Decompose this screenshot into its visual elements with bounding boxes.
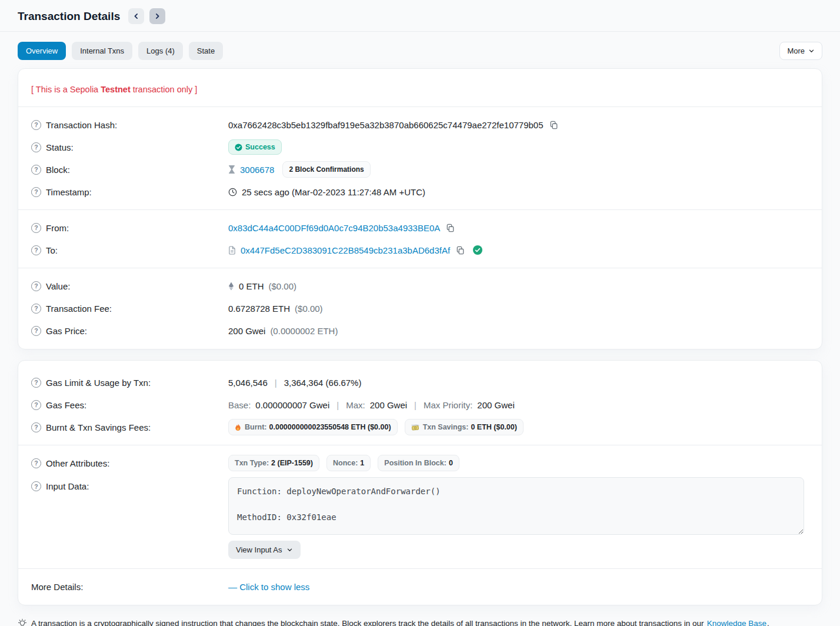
overview-card: [ This is a Sepolia Testnet transaction … (18, 68, 822, 349)
help-icon[interactable] (31, 223, 41, 233)
help-icon[interactable] (31, 245, 41, 255)
row-transaction-hash: Transaction Hash: 0xa7662428c3b5eb1329fb… (18, 114, 822, 136)
divider (18, 209, 822, 210)
help-icon[interactable] (31, 458, 41, 468)
chevron-left-icon (132, 12, 140, 20)
notice-prefix: [ This is a Sepolia (31, 85, 101, 94)
help-icon[interactable] (31, 481, 41, 491)
row-value: Value: 0 ETH ($0.00) (18, 275, 822, 297)
view-input-as-label: View Input As (236, 545, 282, 554)
burnt-savings-label: Burnt & Txn Savings Fees: (46, 422, 151, 432)
help-icon[interactable] (31, 400, 41, 410)
base-fee-label: Base: (228, 400, 251, 410)
help-icon[interactable] (31, 281, 41, 291)
row-transaction-fee: Transaction Fee: 0.6728728 ETH ($0.00) (18, 297, 822, 319)
copy-icon[interactable] (455, 246, 465, 255)
help-icon[interactable] (31, 304, 41, 314)
page-footer: A transaction is a cryptographically sig… (0, 616, 840, 626)
max-priority-fee-value: 200 Gwei (477, 400, 514, 410)
to-address-link[interactable]: 0x447Fd5eC2D383091C22B8549cb231a3bAD6d3f… (241, 245, 450, 255)
gas-price-amount: 200 Gwei (228, 326, 265, 336)
to-label: To: (46, 245, 58, 255)
transaction-nav (128, 8, 165, 24)
divider (18, 268, 822, 268)
copy-icon[interactable] (548, 121, 558, 129)
divider (18, 106, 822, 107)
gas-price-eth: (0.0000002 ETH) (270, 326, 338, 336)
nonce-value: 1 (360, 459, 364, 467)
more-details-label: More Details: (31, 582, 83, 592)
row-block: Block: 3006678 2 Block Confirmations (18, 158, 822, 181)
help-icon[interactable] (31, 142, 41, 152)
tab-state[interactable]: State (189, 42, 223, 60)
chevron-down-icon (808, 48, 815, 54)
help-icon[interactable] (31, 187, 41, 197)
divider (18, 568, 822, 569)
position-in-block-badge: Position In Block: 0 (378, 455, 459, 471)
row-gas-fees: Gas Fees: Base: 0.000000007 Gwei | Max: … (18, 394, 822, 416)
gas-usage: 3,364,364 (66.67%) (284, 378, 362, 388)
transaction-hash-label: Transaction Hash: (46, 120, 117, 130)
transaction-hash-value: 0xa7662428c3b5eb1329fbaf919e5a32b3870ab6… (228, 120, 544, 130)
row-other-attributes: Other Attributes: Txn Type: 2 (EIP-1559)… (18, 452, 822, 474)
txn-type-badge: Txn Type: 2 (EIP-1559) (228, 455, 319, 471)
row-timestamp: Timestamp: 25 secs ago (Mar-02-2023 11:2… (18, 181, 822, 203)
row-to: To: 0x447Fd5eC2D383091C22B8549cb231a3bAD… (18, 239, 822, 261)
timestamp-value: 25 secs ago (Mar-02-2023 11:27:48 AM +UT… (242, 187, 425, 197)
status-value: Success (245, 143, 275, 151)
knowledge-base-link[interactable]: Knowledge Base (707, 619, 766, 626)
txn-savings-value: 0 ETH ($0.00) (471, 423, 517, 431)
divider (18, 445, 822, 445)
hourglass-icon (228, 165, 235, 174)
transaction-fee-label: Transaction Fee: (46, 304, 112, 314)
gas-price-label: Gas Price: (46, 326, 87, 336)
burnt-label: Burnt: (245, 423, 267, 431)
copy-icon[interactable] (445, 224, 455, 232)
money-wings-icon (411, 424, 419, 431)
value-usd: ($0.00) (269, 281, 297, 291)
max-fee-value: 200 Gwei (370, 400, 407, 410)
chevron-down-icon (286, 547, 293, 553)
details-card: Gas Limit & Usage by Txn: 5,046,546 | 3,… (18, 360, 822, 605)
tab-internal-txns[interactable]: Internal Txns (72, 42, 132, 60)
contract-file-icon (228, 246, 236, 255)
testnet-notice: [ This is a Sepolia Testnet transaction … (18, 75, 822, 100)
show-less-link[interactable]: — Click to show less (228, 582, 309, 592)
input-data-textarea[interactable]: Function: deployNewOperatorAndForwarder(… (228, 477, 804, 535)
gas-limit: 5,046,546 (228, 378, 268, 388)
value-label: Value: (46, 281, 70, 291)
help-icon[interactable] (31, 165, 41, 175)
next-transaction-button[interactable] (149, 8, 165, 24)
position-in-block-value: 0 (449, 459, 453, 467)
from-address-link[interactable]: 0x83dC44a4C00DFf69d0A0c7c94B20b53a4933BE… (228, 223, 440, 233)
more-button[interactable]: More (779, 42, 822, 60)
view-input-as-button[interactable]: View Input As (228, 541, 301, 559)
transaction-fee-amount: 0.6728728 ETH (228, 304, 290, 314)
help-icon[interactable] (31, 326, 41, 336)
tab-logs[interactable]: Logs (4) (138, 42, 183, 60)
help-icon[interactable] (31, 378, 41, 388)
tab-overview[interactable]: Overview (18, 42, 66, 60)
page-title: Transaction Details (18, 10, 120, 23)
help-icon[interactable] (31, 422, 41, 432)
more-button-label: More (787, 46, 805, 55)
block-number-link[interactable]: 3006678 (240, 165, 274, 175)
footer-period: . (767, 619, 769, 626)
separator: | (272, 378, 279, 388)
value-amount: 0 ETH (239, 281, 264, 291)
max-fee-label: Max: (346, 400, 365, 410)
clock-icon (228, 188, 237, 197)
chevron-right-icon (154, 12, 161, 20)
txn-savings-badge: Txn Savings: 0 ETH ($0.00) (405, 419, 524, 435)
txn-type-value: 2 (EIP-1559) (271, 459, 313, 467)
txn-type-label: Txn Type: (235, 459, 269, 467)
row-status: Status: Success (18, 136, 822, 158)
help-icon[interactable] (31, 120, 41, 130)
prev-transaction-button[interactable] (128, 8, 144, 24)
row-from: From: 0x83dC44a4C00DFf69d0A0c7c94B20b53a… (18, 217, 822, 239)
block-confirmations-badge: 2 Block Confirmations (282, 161, 370, 178)
transaction-fee-usd: ($0.00) (295, 304, 323, 314)
status-label: Status: (46, 142, 74, 152)
nonce-badge: Nonce: 1 (326, 455, 371, 471)
max-priority-fee-label: Max Priority: (424, 400, 472, 410)
